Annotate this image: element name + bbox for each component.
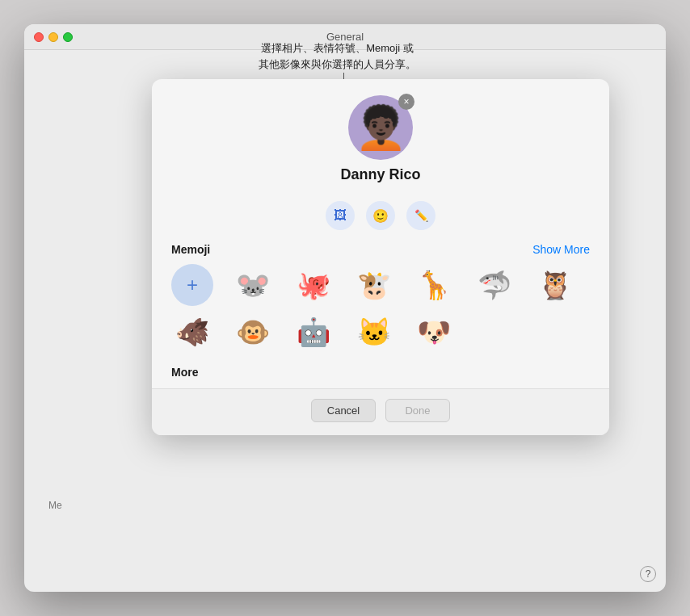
plus-icon: + — [187, 274, 198, 296]
done-button[interactable]: Done — [385, 399, 450, 422]
list-item[interactable]: 🐭 — [232, 264, 274, 306]
cancel-button[interactable]: Cancel — [311, 399, 376, 422]
more-section: More — [171, 366, 590, 379]
avatar-close-button[interactable]: × — [398, 94, 414, 110]
avatar-section: 🧑🏿‍🦱 × Danny Rico — [171, 95, 590, 193]
pencil-icon: ✏️ — [414, 209, 428, 222]
modal-body: 🧑🏿‍🦱 × Danny Rico 🖼 🙂 ✏️ — [152, 79, 609, 388]
photos-icon: 🖼 — [334, 208, 347, 223]
modal-dialog: 🧑🏿‍🦱 × Danny Rico 🖼 🙂 ✏️ — [152, 79, 609, 435]
maximize-button[interactable] — [63, 32, 73, 42]
more-section-header: More — [171, 366, 590, 379]
titlebar: General — [24, 24, 666, 50]
list-item[interactable]: 🐵 — [232, 311, 274, 353]
window-title: General — [326, 31, 364, 43]
add-memoji-button[interactable]: + — [171, 264, 213, 306]
show-more-link[interactable]: Show More — [532, 243, 590, 256]
emoji-button[interactable]: 🙂 — [366, 201, 395, 230]
list-item[interactable]: 🐮 — [353, 264, 395, 306]
help-button[interactable]: ? — [640, 566, 656, 582]
traffic-lights — [34, 32, 73, 42]
window: General Me 選擇相片、表情符號、Memoji 或 其他影像來與你選擇的… — [24, 24, 666, 592]
list-item[interactable]: 🐱 — [353, 311, 395, 353]
memoji-section-header: Memoji Show More — [171, 243, 590, 256]
modal-footer: Cancel Done — [152, 388, 609, 435]
photos-button[interactable]: 🖼 — [326, 201, 355, 230]
list-item[interactable]: 🐶 — [413, 311, 455, 353]
memoji-grid: + 🐭 🐙 🐮 🦒 🦈 🦉 🐗 🐵 🤖 🐱 🐶 — [171, 264, 590, 353]
list-item[interactable]: 🐙 — [292, 264, 334, 306]
list-item[interactable]: 🦒 — [413, 264, 455, 306]
close-button[interactable] — [34, 32, 44, 42]
action-buttons-row: 🖼 🙂 ✏️ — [171, 201, 590, 230]
list-item[interactable]: 🦉 — [534, 264, 576, 306]
list-item[interactable]: 🦈 — [473, 264, 515, 306]
emoji-icon: 🙂 — [372, 208, 389, 224]
memoji-title: Memoji — [171, 243, 210, 256]
avatar-wrapper: 🧑🏿‍🦱 × — [348, 95, 413, 160]
user-name: Danny Rico — [340, 166, 420, 183]
minimize-button[interactable] — [48, 32, 58, 42]
sidebar-label: Me — [48, 500, 62, 511]
list-item[interactable]: 🐗 — [171, 311, 213, 353]
more-title: More — [171, 366, 198, 379]
list-item[interactable]: 🤖 — [292, 311, 334, 353]
edit-button[interactable]: ✏️ — [406, 201, 435, 230]
